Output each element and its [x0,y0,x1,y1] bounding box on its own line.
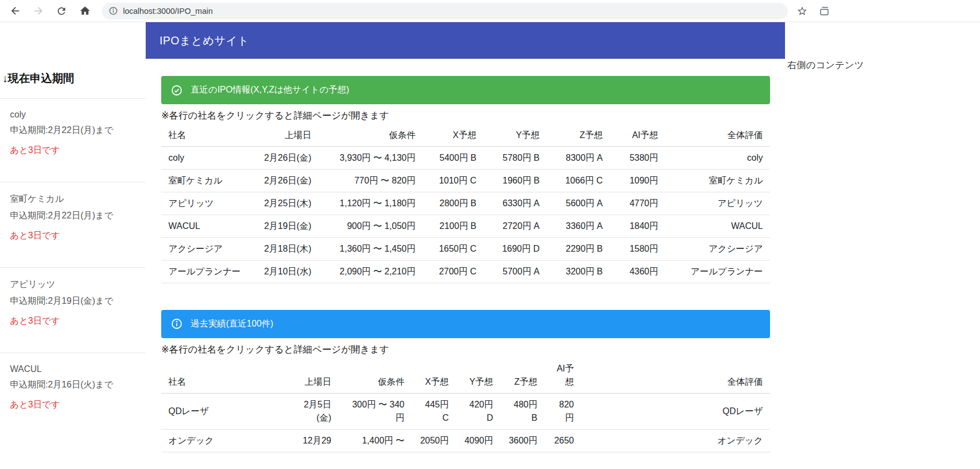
site-title: IPOまとめサイト [160,33,249,48]
company-name-cell[interactable]: WACUL [161,215,250,237]
value-cell: 2月5日(金) [286,394,338,430]
sidebar-application-period: 申込期間:2月22日(月)まで [10,125,136,136]
company-name-cell[interactable]: QDレーザ [581,394,770,430]
past-results-banner-text: 過去実績(直近100件) [191,318,273,330]
company-name-cell[interactable]: coly [665,146,770,169]
value-cell: 300円 〜 340円 [338,394,412,430]
value-cell: 12月29 [286,430,338,452]
company-name-cell[interactable]: オンデック [161,430,286,452]
sidebar-ipo-item[interactable]: アピリッツ 申込期間:2月19日(金)まで あと3日です [0,267,146,353]
value-cell: 900円 〜 1,050円 [319,215,423,237]
value-cell: 2700円 C [423,260,484,283]
application-period-list: coly 申込期間:2月22日(月)まで あと3日です 室町ケミカル 申込期間:… [0,98,146,436]
home-icon[interactable] [75,2,94,21]
sidebar-company-name[interactable]: アピリッツ [10,279,136,290]
column-header: 仮条件 [319,124,423,147]
past-results-table: 社名上場日仮条件X予想Y予想Z予想AI予想全体評価 QDレーザ2月5日(金)30… [161,358,770,452]
value-cell: 5700円 A [484,260,547,283]
value-cell: 2月26日(金) [250,169,319,192]
company-name-cell[interactable]: 室町ケミカル [161,169,250,192]
current-ipo-banner-text: 直近のIPO情報(X,Y,Zは他サイトの予想) [191,84,349,96]
url-text[interactable]: localhost:3000/IPO_main [123,7,213,16]
sidebar-ipo-item[interactable]: coly 申込期間:2月22日(月)まで あと3日です [0,98,146,182]
column-header: 全体評価 [581,358,770,394]
company-name-cell[interactable]: アールプランナー [161,260,250,283]
column-header: Z予想 [547,124,610,147]
value-cell: 1580円 [610,237,665,260]
column-header: X予想 [412,358,456,394]
back-icon[interactable] [6,2,24,21]
company-name-cell[interactable]: QDレーザ [161,394,286,430]
site-info-icon[interactable] [109,6,118,16]
company-name-cell[interactable]: アールプランナー [665,260,770,283]
past-results-banner: 過去実績(直近100件) [161,310,770,338]
check-circle-icon [171,84,183,96]
column-header: AI予想 [545,358,581,394]
sidebar-company-name[interactable]: 室町ケミカル [10,193,136,205]
table-row: オンデック12月291,400円 〜2050円4090円3600円2650オンデ… [161,430,770,452]
value-cell: 1690円 D [484,237,547,260]
company-name-cell[interactable]: アクシージア [665,237,770,260]
value-cell: 5600円 A [547,192,610,215]
company-name-cell[interactable]: WACUL [665,215,770,237]
column-header: 上場日 [286,358,338,394]
value-cell: 1840円 [610,215,665,237]
value-cell: 820円 [545,394,581,430]
table-row: WACUL2月19日(金)900円 〜 1,050円2100円 B2720円 A… [161,215,770,237]
right-panel-label: 右側のコンテンツ [787,60,864,70]
value-cell: 4360円 [610,260,665,283]
column-header: Y予想 [484,124,547,147]
table-row: アクシージア2月18日(木)1,360円 〜 1,450円1650円 C1690… [161,237,770,260]
company-name-cell[interactable]: coly [161,146,250,169]
value-cell: 770円 〜 820円 [319,169,423,192]
company-name-cell[interactable]: アクシージア [161,237,250,260]
refresh-icon[interactable] [52,2,71,21]
column-header: Z予想 [500,358,545,394]
table-header-row: 社名上場日仮条件X予想Y予想Z予想AI予想全体評価 [161,358,770,394]
value-cell: 3200円 B [547,260,610,283]
past-ipo-section: 過去実績(直近100件) ※各行の社名をクリックすると詳細ページが開きます 社名… [161,310,770,453]
company-name-cell[interactable]: アピリッツ [161,192,250,215]
sidebar-days-remaining: あと3日です [10,399,136,411]
column-header: 社名 [161,358,286,394]
sidebar-days-remaining: あと3日です [10,145,136,156]
sidebar-days-remaining: あと3日です [10,230,136,242]
value-cell: 1010円 C [423,169,484,192]
value-cell: 420円 D [456,394,500,430]
value-cell: 1,120円 〜 1,180円 [319,192,423,215]
right-panel: 右側のコンテンツ [785,22,980,469]
company-name-cell[interactable]: オンデック [581,430,770,452]
info-circle-icon [171,318,183,330]
value-cell: 2650 [545,430,581,452]
collections-icon[interactable] [819,6,830,17]
value-cell: 8300円 A [547,146,610,169]
sidebar-ipo-item[interactable]: WACUL 申込期間:2月16日(火)まで あと3日です [0,353,146,436]
value-cell: 2800円 B [423,192,484,215]
value-cell: 3360円 A [547,215,610,237]
company-name-cell[interactable]: アピリッツ [665,192,770,215]
value-cell: 5380円 [610,146,665,169]
table-header-row: 社名上場日仮条件X予想Y予想Z予想AI予想全体評価 [161,124,770,147]
sidebar-days-remaining: あと3日です [10,315,136,327]
value-cell: 3600円 [500,430,545,452]
column-header: 社名 [161,124,250,147]
forward-icon[interactable] [29,2,48,21]
click-hint-note: ※各行の社名をクリックすると詳細ページが開きます [161,109,770,123]
sidebar-company-name[interactable]: coly [10,110,136,120]
sidebar-application-period: 申込期間:2月16日(火)まで [10,379,136,391]
value-cell: 2月18日(木) [250,237,319,260]
address-bar[interactable]: localhost:3000/IPO_main [102,3,788,19]
value-cell: 1650円 C [423,237,484,260]
column-header: X予想 [423,124,484,147]
sidebar-company-name[interactable]: WACUL [10,364,136,374]
current-ipo-section: 直近のIPO情報(X,Y,Zは他サイトの予想) ※各行の社名をクリックすると詳細… [161,76,770,283]
value-cell: 2290円 B [547,237,610,260]
value-cell: 2月26日(金) [250,146,319,169]
value-cell: 2050円 [412,430,456,452]
value-cell: 2720円 A [484,215,547,237]
favorites-add-icon[interactable] [797,6,808,17]
sidebar-ipo-item[interactable]: 室町ケミカル 申込期間:2月22日(月)まで あと3日です [0,182,146,267]
company-name-cell[interactable]: 室町ケミカル [665,169,770,192]
browser-toolbar: localhost:3000/IPO_main [0,0,980,22]
app-header: IPOまとめサイト [146,22,785,59]
